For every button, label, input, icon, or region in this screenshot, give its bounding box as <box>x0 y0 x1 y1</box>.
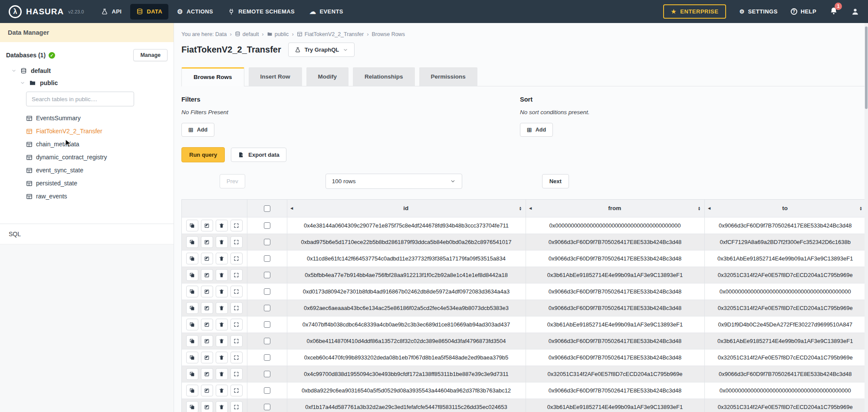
edit-row-button[interactable] <box>201 368 213 380</box>
edit-row-button[interactable] <box>201 352 213 363</box>
sidebar-table-item[interactable]: dynamic_contract_registry <box>26 151 168 164</box>
clone-row-button[interactable] <box>186 269 198 281</box>
clone-row-button[interactable] <box>186 385 198 396</box>
breadcrumb-root[interactable]: You are here: Data <box>181 31 227 37</box>
row-checkbox[interactable] <box>264 305 270 311</box>
edit-row-button[interactable] <box>201 236 213 248</box>
expand-row-button[interactable] <box>230 269 243 281</box>
column-header-id[interactable]: ◂ id ▲▼ <box>287 200 526 217</box>
edit-row-button[interactable] <box>201 253 213 264</box>
next-page-button[interactable]: Next <box>542 174 569 188</box>
tab-permissions[interactable]: Permissions <box>419 67 477 86</box>
tab-relationships[interactable]: Relationships <box>353 67 415 86</box>
edit-row-button[interactable] <box>201 319 213 330</box>
nav-item-events[interactable]: ☁ EVENTS <box>303 4 349 19</box>
nav-item-data[interactable]: DATA <box>130 4 168 20</box>
select-all-checkbox[interactable] <box>264 205 270 212</box>
enterprise-button[interactable]: ★ ENTERPRISE <box>663 4 726 19</box>
add-sort-button[interactable]: ⊞ Add <box>520 123 553 137</box>
notifications-button[interactable]: 1 <box>829 7 838 17</box>
breadcrumb-schema[interactable]: public <box>267 31 289 37</box>
tab-insert-row[interactable]: Insert Row <box>249 67 302 86</box>
row-checkbox[interactable] <box>264 239 270 245</box>
prev-page-button[interactable]: Prev <box>220 174 245 188</box>
tab-browse-rows[interactable]: Browse Rows <box>181 67 244 86</box>
sidebar-table-item[interactable]: raw_events <box>26 190 168 203</box>
edit-row-button[interactable] <box>201 302 213 314</box>
breadcrumb-database[interactable]: default <box>235 31 259 37</box>
delete-row-button[interactable] <box>216 286 228 297</box>
expand-row-button[interactable] <box>230 335 243 347</box>
nav-item-api[interactable]: API <box>95 4 128 20</box>
breadcrumb-table[interactable]: FiatTokenV2_2_Transfer <box>297 31 364 37</box>
expand-row-button[interactable] <box>230 352 243 363</box>
schema-tree-item[interactable]: public <box>20 79 168 86</box>
sort-icon[interactable]: ▲▼ <box>698 206 701 211</box>
chevron-down-icon[interactable] <box>11 68 16 73</box>
edit-row-button[interactable] <box>201 335 213 347</box>
row-checkbox[interactable] <box>264 338 270 344</box>
delete-row-button[interactable] <box>216 368 228 380</box>
scrollbar-thumb[interactable] <box>865 26 868 109</box>
search-tables-input[interactable] <box>26 92 134 106</box>
delete-row-button[interactable] <box>216 385 228 396</box>
clone-row-button[interactable] <box>186 352 198 363</box>
expand-row-button[interactable] <box>230 302 243 314</box>
expand-row-button[interactable] <box>230 401 243 412</box>
expand-row-button[interactable] <box>230 286 243 297</box>
clone-row-button[interactable] <box>186 253 198 264</box>
row-checkbox[interactable] <box>264 272 270 278</box>
nav-item-actions[interactable]: ⚙ ACTIONS <box>171 4 219 19</box>
delete-row-button[interactable] <box>216 269 228 281</box>
chevron-down-icon[interactable] <box>20 80 25 86</box>
row-checkbox[interactable] <box>264 354 270 361</box>
rows-per-page-select[interactable]: 100 rows <box>326 174 462 189</box>
try-graphql-button[interactable]: Try GraphQL <box>288 43 355 57</box>
expand-row-button[interactable] <box>230 368 243 380</box>
sidebar-table-item[interactable]: persisted_state <box>26 177 168 190</box>
sidebar-table-item[interactable]: chain_metadata <box>26 138 168 151</box>
run-query-button[interactable]: Run query <box>181 147 225 162</box>
sort-icon[interactable]: ▲▼ <box>859 206 862 211</box>
user-icon[interactable] <box>851 7 859 16</box>
edit-row-button[interactable] <box>201 269 213 281</box>
delete-row-button[interactable] <box>216 253 228 264</box>
add-filter-button[interactable]: ⊞ Add <box>181 123 214 137</box>
row-checkbox[interactable] <box>264 387 270 394</box>
tab-modify[interactable]: Modify <box>306 67 349 86</box>
expand-row-button[interactable] <box>230 319 243 330</box>
row-checkbox[interactable] <box>264 371 270 377</box>
delete-row-button[interactable] <box>216 220 228 231</box>
sidebar-table-item[interactable]: event_sync_state <box>26 164 168 177</box>
help-button[interactable]: ? HELP <box>791 8 816 15</box>
delete-row-button[interactable] <box>216 302 228 314</box>
page-scrollbar[interactable] <box>865 23 868 412</box>
export-data-button[interactable]: Export data <box>231 148 286 162</box>
nav-item-remote-schemas[interactable]: REMOTE SCHEMAS <box>222 4 301 20</box>
column-header-from[interactable]: ◂ from ▲▼ <box>526 200 704 217</box>
expand-row-button[interactable] <box>230 220 243 231</box>
expand-row-button[interactable] <box>230 385 243 396</box>
clone-row-button[interactable] <box>186 220 198 231</box>
edit-row-button[interactable] <box>201 385 213 396</box>
manage-button[interactable]: Manage <box>133 49 168 61</box>
clone-row-button[interactable] <box>186 236 198 248</box>
hasura-brand[interactable]: λ HASURA <box>9 5 64 18</box>
row-checkbox[interactable] <box>264 404 270 410</box>
edit-row-button[interactable] <box>201 286 213 297</box>
delete-row-button[interactable] <box>216 335 228 347</box>
settings-button[interactable]: ⚙ SETTINGS <box>739 8 777 15</box>
delete-row-button[interactable] <box>216 352 228 363</box>
row-checkbox[interactable] <box>264 255 270 262</box>
clone-row-button[interactable] <box>186 335 198 347</box>
sidebar-table-item[interactable]: EventsSummary <box>26 112 168 125</box>
clone-row-button[interactable] <box>186 286 198 297</box>
row-checkbox[interactable] <box>264 288 270 295</box>
sidebar-item-sql[interactable]: SQL <box>0 224 174 244</box>
clone-row-button[interactable] <box>186 319 198 330</box>
row-checkbox[interactable] <box>264 222 270 229</box>
expand-row-button[interactable] <box>230 236 243 248</box>
edit-row-button[interactable] <box>201 220 213 231</box>
database-tree-item[interactable]: default <box>11 67 168 74</box>
clone-row-button[interactable] <box>186 401 198 412</box>
